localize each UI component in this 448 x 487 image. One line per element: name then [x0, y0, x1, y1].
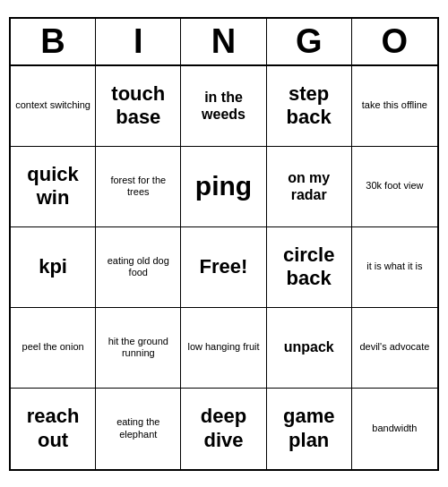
bingo-cell: eating the elephant [96, 389, 181, 469]
bingo-cell: take this offline [352, 66, 437, 147]
bingo-cell: eating old dog food [96, 227, 181, 308]
bingo-cell: it is what it is [352, 227, 437, 308]
bingo-cell: kpi [11, 227, 96, 308]
bingo-cell: step back [267, 66, 352, 147]
bingo-cell: forest for the trees [96, 147, 181, 227]
bingo-cell: in the weeds [181, 66, 266, 147]
bingo-cell: reach out [11, 389, 96, 469]
bingo-cell: hit the ground running [96, 308, 181, 389]
header-letter: O [352, 19, 437, 64]
header-letter: B [11, 19, 96, 64]
bingo-header: BINGO [11, 19, 437, 66]
bingo-cell: 30k foot view [352, 147, 437, 227]
bingo-grid: context switchingtouch basein the weedss… [11, 66, 437, 469]
bingo-cell: peel the onion [11, 308, 96, 389]
bingo-cell: quick win [11, 147, 96, 227]
bingo-cell: deep dive [181, 389, 266, 469]
bingo-cell: unpack [267, 308, 352, 389]
bingo-cell: circle back [267, 227, 352, 308]
bingo-cell: devil's advocate [352, 308, 437, 389]
bingo-cell: Free! [181, 227, 266, 308]
bingo-cell: ping [181, 147, 266, 227]
bingo-cell: on my radar [267, 147, 352, 227]
header-letter: N [181, 19, 266, 64]
header-letter: I [96, 19, 181, 64]
header-letter: G [267, 19, 352, 64]
bingo-cell: game plan [267, 389, 352, 469]
bingo-cell: touch base [96, 66, 181, 147]
bingo-card: BINGO context switchingtouch basein the … [9, 17, 439, 471]
bingo-cell: context switching [11, 66, 96, 147]
bingo-cell: bandwidth [352, 389, 437, 469]
bingo-cell: low hanging fruit [181, 308, 266, 389]
